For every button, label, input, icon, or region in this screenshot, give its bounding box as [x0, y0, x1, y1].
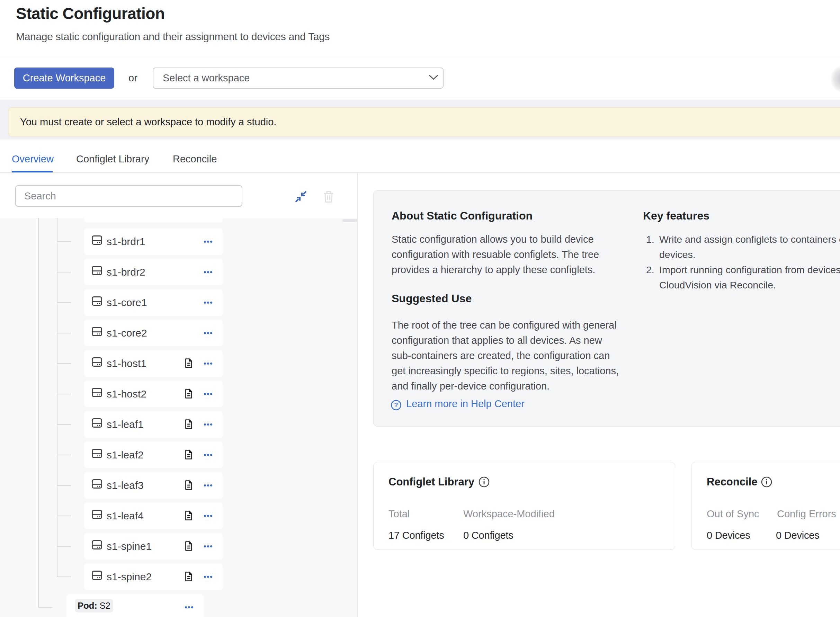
svg-text:?: ?	[394, 401, 398, 409]
